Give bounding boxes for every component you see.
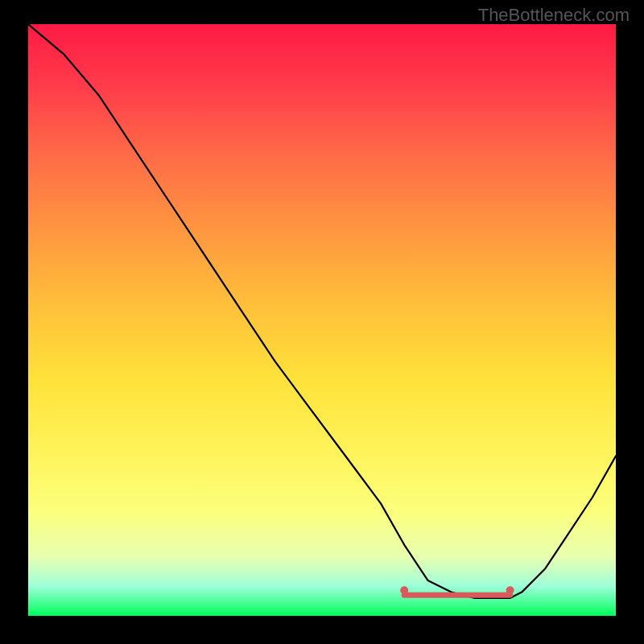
chart-svg (28, 24, 616, 616)
watermark-text: TheBottleneck.com (478, 5, 630, 26)
optimal-band-dot-right (506, 586, 514, 594)
bottleneck-curve-path (28, 24, 616, 598)
optimal-band-dot-left (400, 586, 408, 594)
plot-area (28, 24, 616, 616)
